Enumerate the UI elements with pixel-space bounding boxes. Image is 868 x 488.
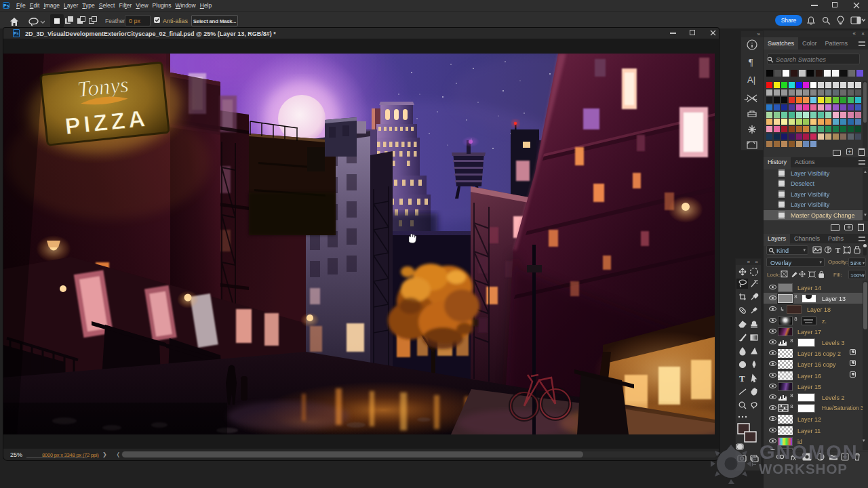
svg-text:T: T — [835, 246, 841, 254]
svg-text:T: T — [739, 373, 745, 384]
svg-text:A|: A| — [747, 75, 755, 85]
svg-text:GNOMON: GNOMON — [760, 441, 859, 463]
svg-text:¶: ¶ — [749, 58, 753, 68]
svg-text:WORKSHOP: WORKSHOP — [759, 461, 848, 476]
svg-text:THE: THE — [751, 455, 757, 466]
